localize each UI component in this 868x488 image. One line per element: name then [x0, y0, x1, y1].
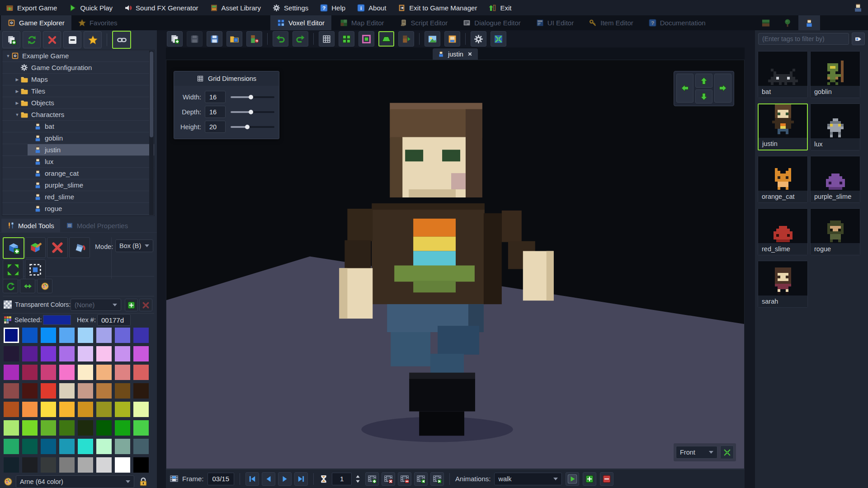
palette-swatch[interactable]	[22, 420, 38, 436]
character-card-rogue[interactable]: rogue	[810, 208, 860, 255]
palette-swatch[interactable]	[59, 439, 75, 454]
palette-swatch[interactable]	[22, 346, 38, 361]
model-tab-justin[interactable]: justin	[433, 48, 478, 60]
tree-item-maps[interactable]: ▶Maps	[2, 74, 154, 85]
dimension-value[interactable]: 20	[205, 121, 226, 133]
center-view-button[interactable]	[720, 446, 734, 459]
tree-expander[interactable]: ▶	[14, 101, 20, 105]
add-animation-button[interactable]	[583, 472, 596, 486]
palette-swatch[interactable]	[115, 457, 130, 473]
character-card-sarah[interactable]: sarah	[758, 261, 808, 308]
palette-swatch[interactable]	[115, 439, 130, 454]
move-frame-right-button[interactable]	[430, 472, 444, 486]
lock-icon[interactable]	[138, 477, 148, 487]
play-button[interactable]	[278, 472, 292, 486]
menu-item-quick-play[interactable]: Quick Play	[63, 0, 118, 15]
palette-swatch[interactable]	[78, 439, 93, 454]
link-resource-button[interactable]	[112, 31, 131, 49]
refresh-tree-button[interactable]	[23, 31, 41, 48]
toggle-mirror-button[interactable]	[339, 31, 354, 47]
tree-item-rogue[interactable]: rogue	[2, 203, 154, 215]
tab-map-editor[interactable]: Map Editor	[333, 15, 391, 30]
palette-swatch[interactable]	[133, 328, 149, 343]
tab-model-tools[interactable]: Model Tools	[1, 219, 60, 232]
palette-swatch[interactable]	[115, 420, 130, 436]
save-model-button[interactable]	[187, 31, 203, 47]
palette-swatch[interactable]	[41, 328, 56, 343]
tab-favorites[interactable]: Favorites	[71, 15, 124, 30]
menu-item-exit[interactable]: Exit	[483, 0, 517, 15]
erase-voxel-tool[interactable]	[47, 237, 68, 258]
palette-swatch[interactable]	[4, 420, 19, 436]
menu-item-export-game[interactable]: Export Game	[0, 0, 63, 15]
tree-item-game-configuration[interactable]: Game Configuration	[2, 62, 154, 74]
tab-objects[interactable]	[777, 15, 798, 30]
palette-swatch[interactable]	[59, 365, 75, 380]
fill-tool[interactable]	[69, 237, 90, 258]
palette-swatch[interactable]	[59, 346, 75, 361]
remove-transparent-color-button[interactable]	[139, 299, 152, 311]
palette-swatch[interactable]	[133, 402, 149, 417]
palette-swatch[interactable]	[22, 402, 38, 417]
save-as-button[interactable]	[207, 31, 222, 47]
tab-dialogue-editor[interactable]: Dialogue Editor	[456, 15, 528, 30]
toggle-floor-button[interactable]	[378, 31, 394, 47]
character-card-red_slime[interactable]: red_slime	[758, 208, 808, 255]
palette-swatch[interactable]	[78, 402, 93, 417]
palette-swatch[interactable]	[96, 457, 112, 473]
palette-swatch[interactable]	[133, 383, 149, 399]
tree-item-justin[interactable]: justin	[2, 144, 154, 156]
selected-color-swatch[interactable]	[43, 315, 71, 325]
palette-swatch[interactable]	[133, 365, 149, 380]
palette-swatch[interactable]	[4, 439, 19, 454]
editor-settings-button[interactable]	[471, 31, 486, 47]
tree-item-characters[interactable]: ▼Characters	[2, 109, 154, 121]
tree-expander[interactable]: ▶	[14, 89, 20, 94]
tab-documentation[interactable]: ?Documentation	[642, 15, 712, 30]
dimension-value[interactable]: 16	[205, 91, 226, 103]
palette-swatch[interactable]	[41, 365, 56, 380]
character-card-orange_cat[interactable]: orange_cat	[758, 156, 808, 203]
slider-knob[interactable]	[249, 110, 253, 114]
tree-item-red-slime[interactable]: red_slime	[2, 191, 154, 203]
dimension-slider[interactable]	[231, 124, 274, 130]
slider-knob[interactable]	[249, 95, 253, 99]
menu-item-sound-fx-generator[interactable]: Sound FX Generator	[118, 0, 204, 15]
grid-dimensions-header[interactable]: Grid Dimensions	[174, 71, 279, 86]
remove-animation-button[interactable]	[600, 472, 613, 486]
tab-model-properties[interactable]: Model Properties	[60, 219, 134, 232]
tree-item-bat[interactable]: bat	[2, 121, 154, 132]
menu-item-exit-to-game-manager[interactable]: Exit to Game Manager	[392, 0, 483, 15]
palette-swatch[interactable]	[4, 328, 19, 343]
delete-resource-button[interactable]	[43, 31, 61, 48]
palette-swatch[interactable]	[96, 346, 112, 361]
view-direction-select[interactable]: Front	[676, 446, 717, 459]
tab-item-editor[interactable]: Item Editor	[582, 15, 640, 30]
tree-item-tiles[interactable]: ▶Tiles	[2, 85, 154, 97]
tree-item-objects[interactable]: ▶Objects	[2, 97, 154, 109]
dimension-value[interactable]: 16	[205, 106, 226, 118]
palette-swatch[interactable]	[78, 365, 93, 380]
tree-scrollbar-thumb[interactable]	[150, 52, 153, 137]
tree-item-orange-cat[interactable]: orange_cat	[2, 168, 154, 179]
character-card-purple_slime[interactable]: purple_slime	[810, 156, 860, 203]
rotate-right-button[interactable]	[714, 74, 731, 103]
palette-swatch[interactable]	[78, 346, 93, 361]
user-button[interactable]	[853, 2, 863, 13]
character-card-goblin[interactable]: goblin	[810, 51, 860, 98]
palette-swatch[interactable]	[96, 328, 112, 343]
palette-swatch[interactable]	[96, 402, 112, 417]
add-transparent-color-button[interactable]	[125, 299, 138, 311]
undo-button[interactable]	[273, 31, 288, 47]
tree-expander[interactable]: ▼	[5, 54, 11, 58]
palette-swatch[interactable]	[133, 420, 149, 436]
palette-swatch[interactable]	[22, 328, 38, 343]
tab-script-editor[interactable]: Script Editor	[393, 15, 455, 30]
palette-swatch[interactable]	[78, 457, 93, 473]
palette-swatch[interactable]	[78, 420, 93, 436]
palette-swatch[interactable]	[22, 383, 38, 399]
redo-button[interactable]	[292, 31, 308, 47]
palette-swatch[interactable]	[115, 346, 130, 361]
palette-swatch[interactable]	[78, 383, 93, 399]
move-frame-left-button[interactable]	[414, 472, 428, 486]
